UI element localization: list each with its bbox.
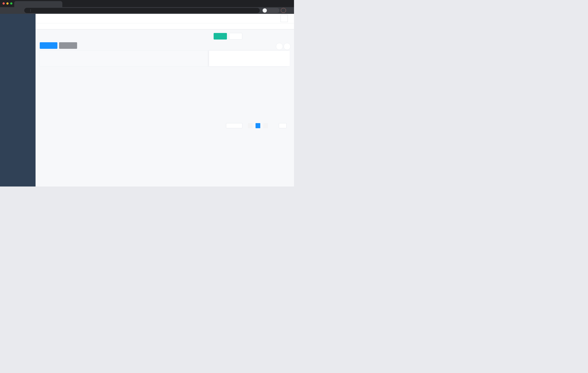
reset-button[interactable]	[229, 33, 242, 40]
prev-page-button[interactable]	[248, 123, 253, 128]
zoom-window-button[interactable]	[10, 2, 12, 5]
page-number-1[interactable]	[256, 123, 260, 128]
screen	[0, 0, 294, 186]
import-process-button[interactable]	[59, 42, 77, 49]
process-model-table	[40, 50, 290, 67]
tab-strip	[0, 0, 294, 7]
sidebar	[0, 14, 36, 186]
create-process-button[interactable]	[40, 42, 57, 49]
page-size-select[interactable]	[226, 123, 242, 128]
search-button[interactable]	[214, 33, 227, 40]
next-page-button[interactable]	[263, 123, 268, 128]
sidebar-logo[interactable]	[0, 14, 36, 23]
update-button[interactable]	[281, 8, 286, 13]
goto-page-input[interactable]	[279, 123, 286, 128]
avatar[interactable]	[281, 15, 288, 22]
page-content	[36, 29, 294, 186]
refresh-table-button[interactable]	[284, 43, 291, 50]
browser-chrome	[0, 0, 294, 14]
incognito-badge	[262, 8, 279, 13]
browser-toolbar	[0, 7, 294, 14]
minimize-window-button[interactable]	[6, 2, 9, 5]
table-actions-column	[209, 51, 290, 66]
app-navbar	[36, 14, 294, 23]
address-bar[interactable]	[24, 8, 260, 13]
tags-view	[36, 23, 294, 29]
close-window-button[interactable]	[2, 2, 5, 5]
browser-tab[interactable]	[14, 1, 62, 7]
toggle-search-panel-button[interactable]	[276, 43, 283, 50]
incognito-icon	[263, 8, 267, 13]
